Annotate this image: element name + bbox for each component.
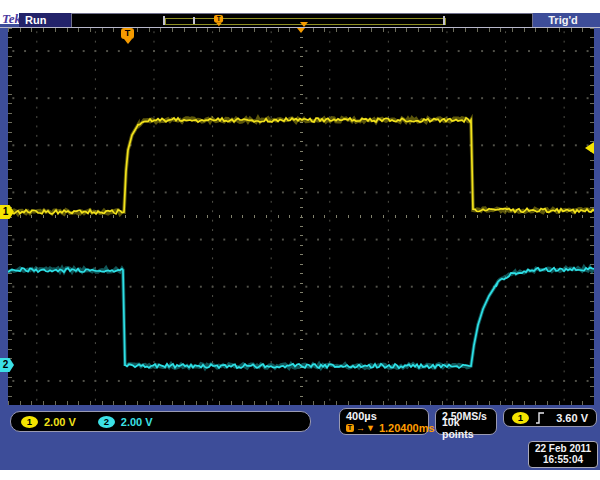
edge-ticks-right [590,28,594,405]
record-trigger-pin-icon: T [214,15,224,26]
record-length: 10k points [442,422,490,434]
trigger-level: 3.60 V [556,412,588,424]
channel2-badge: 2 [98,416,115,428]
acquisition-status: Run [19,13,71,28]
trigger-status: Trig'd [533,13,593,28]
trigger-delay-value: 1.20400ms [379,422,435,434]
timebase-scale: 400µs [346,410,422,422]
trigger-position-pin-icon: T [121,28,135,44]
channel1-badge: 1 [21,416,38,428]
trigger-level-arrow-icon [585,142,594,154]
record-bracket-right [443,16,445,25]
channel2-scale: 2.00 V [121,416,153,428]
graticule: T [8,28,594,405]
datetime-box: 22 Feb 2011 16:55:04 [528,441,598,468]
channel-readout-box: 1 2.00 V 2 2.00 V [10,411,311,432]
record-bracket-left [163,16,165,25]
slope-rising-icon [535,412,545,424]
trigger-readout-box: 1 3.60 V [503,408,597,427]
horizontal-readout-box: 400µs T → ▼ 1.20400ms [339,408,429,435]
record-bracket-mid [193,17,195,24]
delay-arrow-icon: → [356,422,365,434]
edge-ticks-bottom [8,401,594,405]
record-view-bar: T [71,13,533,28]
delay-marker-icon: ▼ [366,422,375,434]
center-vertical-axis [300,28,303,405]
time-label: 16:55:04 [529,454,597,465]
oscilloscope-screen: Tek Run T Trig'd T 1 2 1 2.00 V [0,0,600,480]
date-label: 22 Feb 2011 [529,443,597,454]
channel1-scale: 2.00 V [44,416,76,428]
trigger-delay-pin-icon: T [346,424,354,432]
trigger-source-badge: 1 [512,412,529,424]
expansion-point-triangle-icon [297,28,305,33]
acquisition-readout-box: 2.50MS/s 10k points [435,408,497,435]
